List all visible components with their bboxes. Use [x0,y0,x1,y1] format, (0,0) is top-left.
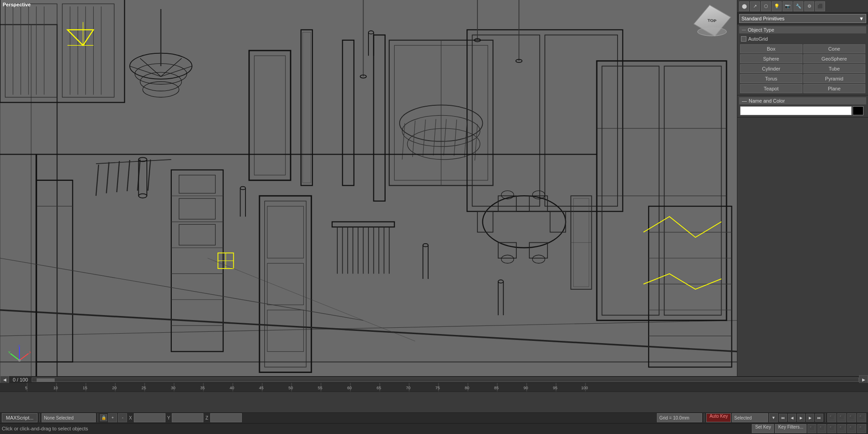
maxscript-button[interactable]: MAXScript... [2,413,38,422]
playback-icon-4[interactable]: ⬛ [857,413,866,422]
bottom-icon-5[interactable]: ⬛ [847,424,856,433]
playback-icon-3[interactable]: ⬛ [847,413,856,422]
viewport-label: Perspective [3,2,31,7]
primitive-dropdown-label: Standard Primitives [741,16,784,21]
toolbar-icon-4[interactable]: 💡 [772,1,782,11]
plane-button[interactable]: Plane [803,84,866,93]
nav-last-button[interactable]: ⏭ [815,414,823,422]
panel-object-type-title: — Object Type [739,26,866,33]
nav-prev-button[interactable]: ◀ [788,414,796,422]
scroll-thumb[interactable] [37,378,55,382]
torus-button[interactable]: Torus [740,74,802,83]
geosphere-button[interactable]: GeoSphere [803,54,866,63]
svg-line-146 [19,354,28,360]
viewcube[interactable]: TOP [696,5,728,36]
separator-1 [39,413,40,422]
lock-icon[interactable]: 🔒 [100,414,107,421]
svg-text:25: 25 [142,386,146,390]
toolbar-icon-8[interactable]: ⬛ [815,1,825,11]
toolbar-icon-7[interactable]: ⚙ [804,1,814,11]
axis-indicator: X Y Z [8,344,31,367]
svg-text:30: 30 [171,386,175,390]
selected-display: Selected [732,413,768,422]
object-type-title-label: Object Type [748,27,774,33]
svg-point-152 [18,359,21,362]
bottom-icon-1[interactable]: ⬛ [807,424,816,433]
primitive-dropdown-arrow: ▼ [859,16,864,21]
timeline-track[interactable] [0,392,868,412]
y-coord-input[interactable] [172,413,203,422]
svg-text:15: 15 [83,386,87,390]
toolbar-icon-1[interactable]: ⬤ [739,1,749,11]
viewport[interactable]: Perspective [0,0,737,376]
plus-icon[interactable]: + [108,413,117,422]
nav-next-button[interactable]: ▶ [806,414,814,422]
toolbar-icon-6[interactable]: 🔧 [793,1,803,11]
pyramid-button[interactable]: Pyramid [803,74,866,83]
separator-3 [704,413,704,422]
z-coord-input[interactable] [210,413,242,422]
svg-text:60: 60 [347,386,352,390]
svg-text:80: 80 [465,386,469,390]
separator-4 [825,413,826,422]
scrollbar-row: ◀ 0 / 100 ▶ [0,377,868,383]
key-filters-button[interactable]: Key Filters... [775,424,807,433]
color-swatch[interactable] [853,106,863,115]
right-panel: ⬤ ↗ ⬡ 💡 📷 🔧 ⚙ ⬛ Standard Primitives ▼ — [737,0,868,376]
svg-text:75: 75 [435,386,440,390]
bottom-icon-4[interactable]: ⬛ [837,424,846,433]
frame-display: 0 / 100 [9,377,32,382]
main-area: Perspective [0,0,868,376]
svg-text:65: 65 [377,386,381,390]
svg-text:70: 70 [406,386,410,390]
playback-icon-2[interactable]: ⬛ [837,413,846,422]
x-label: X [128,415,133,420]
status-bar-bottom: Click or click-and-drag to select object… [0,424,868,434]
minus-icon[interactable]: - [118,413,127,422]
right-panel-toolbar: ⬤ ↗ ⬡ 💡 📷 🔧 ⚙ ⬛ [737,0,868,13]
toolbar-icon-2[interactable]: ↗ [750,1,760,11]
autogrid-checkbox[interactable] [741,36,746,42]
cone-button[interactable]: Cone [803,44,866,53]
sphere-button[interactable]: Sphere [740,54,802,63]
app-container: Perspective [0,0,868,434]
svg-rect-0 [0,0,737,376]
box-button[interactable]: Box [740,44,802,53]
selection-status: None Selected [42,413,96,422]
bottom-icon-6[interactable]: ⬛ [857,424,866,433]
bottom-icon-3[interactable]: ⬛ [827,424,836,433]
autogrid-row: AutoGrid [739,35,866,42]
svg-text:10: 10 [53,386,58,390]
name-input-field[interactable] [740,106,852,115]
set-key-button[interactable]: Set Key [752,424,774,433]
y-label: Y [166,415,171,420]
bottom-area: ◀ 0 / 100 ▶ 5 10 15 20 25 30 [0,376,868,412]
click-message: Click or click-and-drag to select object… [2,426,88,431]
scroll-track[interactable] [32,377,859,382]
panel-object-type: — Object Type AutoGrid Box Cone Sphere G… [737,24,868,95]
x-coord-input[interactable] [134,413,165,422]
name-color-title: — Name and Color [739,97,866,104]
viewcube-ring[interactable] [698,27,727,36]
svg-text:40: 40 [230,386,234,390]
svg-text:100: 100 [581,386,588,390]
tube-button[interactable]: Tube [803,64,866,73]
name-color-row [739,106,866,115]
svg-text:X: X [29,350,31,354]
z-label: Z [204,415,209,420]
teapot-button[interactable]: Teapot [740,84,802,93]
timeline-ruler[interactable]: 5 10 15 20 25 30 35 40 45 50 5 [0,383,868,392]
name-color-collapse-btn[interactable]: — [742,98,747,104]
toolbar-icon-3[interactable]: ⬡ [761,1,771,11]
selected-dropdown-arrow[interactable]: ▼ [769,413,778,422]
auto-key-button[interactable]: Auto Key [706,413,731,422]
object-type-collapse-btn[interactable]: — [742,28,746,32]
primitive-dropdown[interactable]: Standard Primitives ▼ [739,14,866,23]
toolbar-icon-5[interactable]: 📷 [783,1,793,11]
nav-first-button[interactable]: ⏮ [779,414,787,422]
playback-icon-1[interactable]: ⬛ [827,413,836,422]
nav-play-button[interactable]: ▶ [797,414,805,422]
object-type-buttons: Box Cone Sphere GeoSphere Cylinder Tube … [739,44,866,93]
cylinder-button[interactable]: Cylinder [740,64,802,73]
bottom-icon-2[interactable]: ⬛ [817,424,826,433]
